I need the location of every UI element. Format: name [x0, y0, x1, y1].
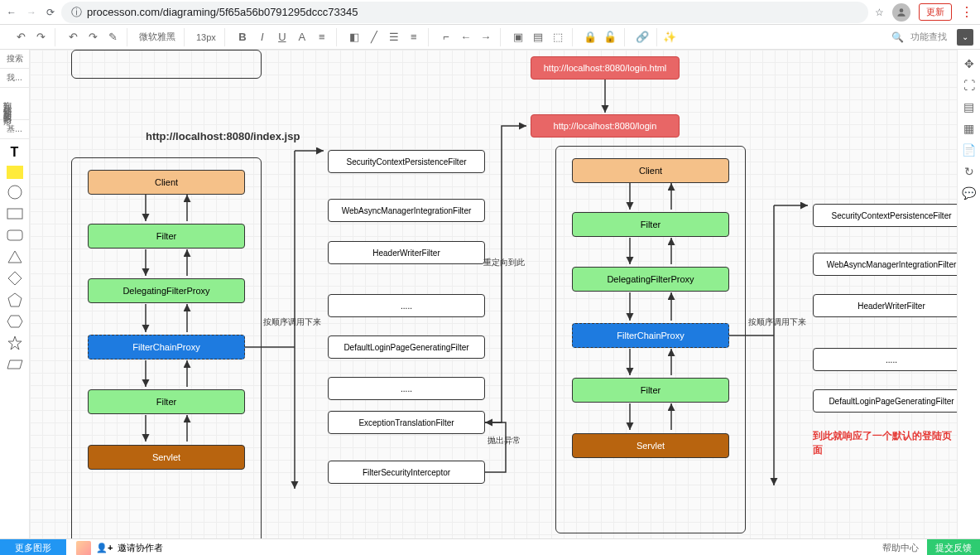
- layers-icon[interactable]: ▤: [960, 98, 978, 116]
- svg-marker-8: [8, 336, 22, 350]
- mid-f4[interactable]: .....: [328, 294, 485, 317]
- undo-icon[interactable]: ↶: [64, 28, 82, 46]
- far-f5[interactable]: DefaultLoginPageGeneratingFilter: [813, 389, 957, 413]
- group-icon[interactable]: ⬚: [549, 28, 567, 46]
- font-size-select[interactable]: 13px: [193, 32, 219, 42]
- svg-point-1: [8, 186, 22, 199]
- arrow-end-icon[interactable]: →: [477, 28, 495, 46]
- label-redirect: 重定向到此: [483, 257, 525, 268]
- redo-right-icon[interactable]: ↷: [31, 28, 50, 46]
- fullscreen-icon[interactable]: ⛶: [960, 76, 978, 94]
- star-icon[interactable]: ☆: [875, 7, 884, 18]
- italic-icon[interactable]: I: [253, 28, 271, 46]
- canvas[interactable]: http://localhost:8080/login.html http://…: [30, 50, 957, 538]
- browser-bar: ← → ⟳ ⓘ processon.com/diagraming/5f65a56…: [0, 0, 980, 25]
- svg-point-0: [900, 8, 904, 12]
- update-button[interactable]: 更新: [919, 3, 952, 21]
- arrow-start-icon[interactable]: ←: [457, 28, 475, 46]
- diamond-shape-icon[interactable]: [6, 270, 24, 287]
- back-icon2[interactable]: ▤: [529, 28, 547, 46]
- page-icon[interactable]: 📄: [960, 141, 978, 159]
- invite-button[interactable]: 👤+ 邀请协作者: [76, 541, 163, 556]
- circle-shape-icon[interactable]: [6, 184, 24, 200]
- svg-marker-5: [8, 272, 22, 285]
- collapse-icon[interactable]: ⌄: [957, 29, 973, 46]
- empty-box[interactable]: [71, 50, 262, 79]
- info-icon: ⓘ: [71, 5, 82, 20]
- svg-marker-9: [7, 360, 22, 369]
- url-bar[interactable]: ⓘ processon.com/diagraming/5f65a56b07912…: [61, 2, 868, 23]
- triangle-shape-icon[interactable]: [6, 249, 24, 265]
- unlock-icon[interactable]: 🔓: [601, 28, 619, 46]
- far-f3[interactable]: HeaderWriterFilter: [813, 294, 957, 317]
- rail-my[interactable]: 我...: [0, 69, 29, 88]
- parallelogram-shape-icon[interactable]: [6, 356, 24, 373]
- line-style-icon[interactable]: ☰: [385, 28, 403, 46]
- font-family-select[interactable]: 微软雅黑: [136, 31, 179, 43]
- lock-icon[interactable]: 🔒: [581, 28, 599, 46]
- link-icon[interactable]: 🔗: [633, 28, 651, 46]
- mid-f2[interactable]: WebAsyncManagerIntegrationFilter: [328, 199, 485, 222]
- stroke-icon[interactable]: ╱: [365, 28, 383, 46]
- feedback-button[interactable]: 提交反馈: [927, 539, 980, 555]
- right-rail: ✥ ⛶ ▤ ▦ 📄 ↻ 💬: [957, 50, 980, 538]
- add-person-icon: 👤+: [96, 543, 113, 553]
- star-shape-icon[interactable]: [6, 335, 24, 351]
- help-button[interactable]: 帮助中心: [874, 542, 927, 554]
- far-f2[interactable]: WebAsyncManagerIntegrationFilter: [813, 253, 957, 276]
- text-shape-icon[interactable]: T: [6, 144, 24, 161]
- back-icon[interactable]: ←: [7, 7, 17, 18]
- search-button[interactable]: 功能查找: [910, 31, 947, 43]
- text-align-icon[interactable]: ≡: [313, 28, 331, 46]
- note-shape-icon[interactable]: [7, 166, 23, 179]
- bottom-bar: 更多图形 👤+ 邀请协作者 帮助中心 提交反馈: [0, 538, 980, 555]
- forward-icon[interactable]: →: [26, 7, 36, 18]
- avatar-icon[interactable]: [892, 3, 910, 22]
- brush-icon[interactable]: ✎: [103, 28, 122, 46]
- rail-drag-hint: 拖到此处添加到我的图形: [0, 88, 13, 119]
- label-throw: 抛出异常: [488, 435, 521, 446]
- mid-f3[interactable]: HeaderWriterFilter: [328, 241, 485, 264]
- pentagon-shape-icon[interactable]: [6, 292, 24, 308]
- connector-icon[interactable]: ⌐: [437, 28, 455, 46]
- search-icon[interactable]: 🔍: [891, 31, 904, 43]
- svg-marker-7: [7, 316, 22, 327]
- svg-marker-4: [8, 251, 22, 263]
- roundrect-shape-icon[interactable]: [6, 227, 24, 244]
- outline-icon[interactable]: ▦: [960, 119, 978, 138]
- front-icon[interactable]: ▣: [509, 28, 527, 46]
- redo-icon[interactable]: ↷: [84, 28, 102, 46]
- hexagon-shape-icon[interactable]: [6, 313, 24, 330]
- kebab-icon[interactable]: ⋮: [960, 4, 973, 20]
- mid-f5[interactable]: DefaultLoginPageGeneratingFilter: [328, 335, 485, 359]
- invite-label: 邀请协作者: [118, 542, 163, 554]
- svg-rect-2: [7, 209, 22, 219]
- label-seq2: 按顺序调用下来: [748, 316, 806, 328]
- node-login-html[interactable]: http://localhost:8080/login.html: [531, 56, 680, 80]
- line-width-icon[interactable]: ≡: [405, 28, 423, 46]
- node-login[interactable]: http://localhost:8080/login: [531, 114, 680, 138]
- mid-f7[interactable]: ExceptionTranslationFilter: [328, 411, 485, 434]
- underline-icon[interactable]: U: [273, 28, 291, 46]
- mid-f1[interactable]: SecurityContextPersistenceFilter: [328, 150, 485, 173]
- rail-basic[interactable]: 基...: [0, 120, 29, 139]
- text-color-icon[interactable]: A: [293, 28, 311, 46]
- reload-icon[interactable]: ⟳: [46, 7, 55, 18]
- far-f4[interactable]: .....: [813, 348, 957, 371]
- svg-rect-3: [7, 230, 22, 240]
- mid-f8[interactable]: FilterSecurityInterceptor: [328, 461, 485, 484]
- mid-f6[interactable]: .....: [328, 377, 485, 400]
- svg-marker-6: [8, 293, 22, 306]
- magic-icon[interactable]: ✨: [661, 28, 679, 46]
- comment-icon[interactable]: 💬: [960, 184, 978, 202]
- rect-shape-icon[interactable]: [6, 205, 24, 222]
- bold-icon[interactable]: B: [233, 28, 252, 46]
- fill-icon[interactable]: ◧: [345, 28, 363, 46]
- more-shapes-button[interactable]: 更多图形: [0, 539, 66, 555]
- collab-avatar-icon: [76, 541, 91, 556]
- far-f1[interactable]: SecurityContextPersistenceFilter: [813, 204, 957, 227]
- undo-left-icon[interactable]: ↶: [12, 28, 30, 46]
- rail-search[interactable]: 搜索: [0, 50, 29, 69]
- nav-icon[interactable]: ✥: [960, 55, 978, 73]
- history-icon[interactable]: ↻: [960, 162, 978, 181]
